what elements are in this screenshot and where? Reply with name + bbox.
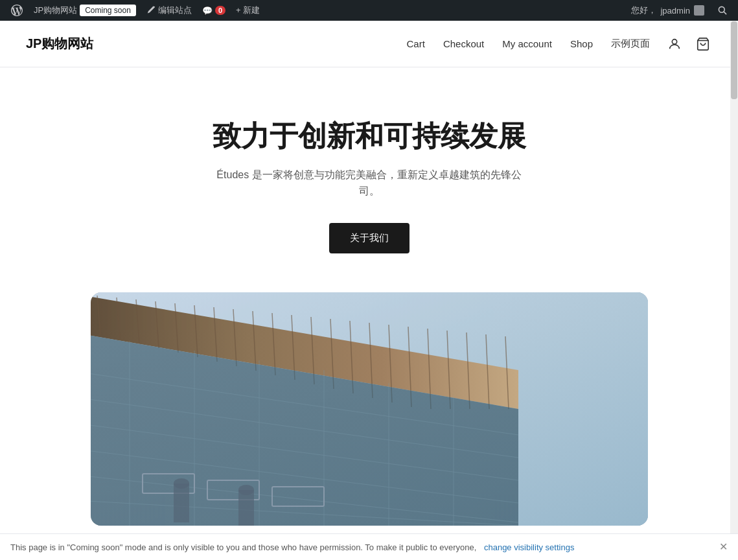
svg-line-1 — [724, 12, 726, 14]
svg-rect-47 — [238, 490, 254, 526]
admin-user[interactable]: 您好， jpadmin — [626, 5, 709, 16]
nav-shop[interactable]: Shop — [570, 38, 593, 49]
wordpress-logo-icon — [10, 4, 23, 17]
admin-bar: JP购物网站 Coming soon 编辑站点 💬 0 + 新建 您好， jpa… — [0, 0, 738, 21]
new-item[interactable]: + 新建 — [231, 0, 265, 21]
nav-cart[interactable]: Cart — [407, 38, 425, 49]
hero-subtitle: Études 是一家将创意与功能完美融合，重新定义卓越建筑的先锋公司。 — [207, 167, 531, 200]
greeting-text: 您好， — [631, 5, 656, 16]
admin-search-button[interactable] — [712, 0, 733, 21]
svg-rect-45 — [174, 484, 189, 522]
pencil-icon — [146, 6, 156, 15]
site-name-label: JP购物网站 — [34, 5, 77, 16]
hero-image — [91, 292, 648, 526]
hero-section: 致力于创新和可持续发展 Études 是一家将创意与功能完美融合，重新定义卓越建… — [0, 67, 738, 292]
nav-my-account[interactable]: My account — [502, 38, 552, 49]
hero-image-container — [65, 292, 674, 526]
edit-site-label: 编辑站点 — [158, 5, 192, 16]
site-header: JP购物网站 Cart Checkout My account Shop 示例页… — [0, 21, 738, 67]
scrollbar-thumb[interactable] — [731, 21, 737, 99]
hero-title: 致力于创新和可持续发展 — [26, 119, 712, 154]
site-nav: Cart Checkout My account Shop 示例页面 — [407, 38, 650, 50]
site-name-item[interactable]: JP购物网站 Coming soon — [29, 0, 141, 21]
nav-sample-page[interactable]: 示例页面 — [611, 38, 650, 50]
comments-count: 0 — [215, 6, 225, 15]
wp-logo-item[interactable] — [5, 0, 29, 21]
comments-icon: 💬 — [202, 6, 213, 16]
header-icons — [665, 35, 712, 53]
coming-soon-badge: Coming soon — [80, 5, 136, 16]
new-label: + 新建 — [236, 5, 260, 16]
nav-checkout[interactable]: Checkout — [443, 38, 484, 49]
cart-icon[interactable] — [694, 35, 712, 53]
scrollbar-track[interactable] — [730, 21, 738, 526]
username-label: jpadmin — [660, 6, 690, 16]
site-logo[interactable]: JP购物网站 — [26, 35, 93, 52]
building-illustration — [91, 292, 648, 526]
account-icon[interactable] — [665, 35, 684, 53]
about-us-button[interactable]: 关于我们 — [329, 223, 409, 253]
comments-item[interactable]: 💬 0 — [197, 0, 231, 21]
user-avatar — [694, 5, 704, 16]
admin-bar-right: 您好， jpadmin — [626, 0, 733, 21]
svg-point-2 — [672, 39, 676, 43]
edit-site-item[interactable]: 编辑站点 — [141, 0, 197, 21]
